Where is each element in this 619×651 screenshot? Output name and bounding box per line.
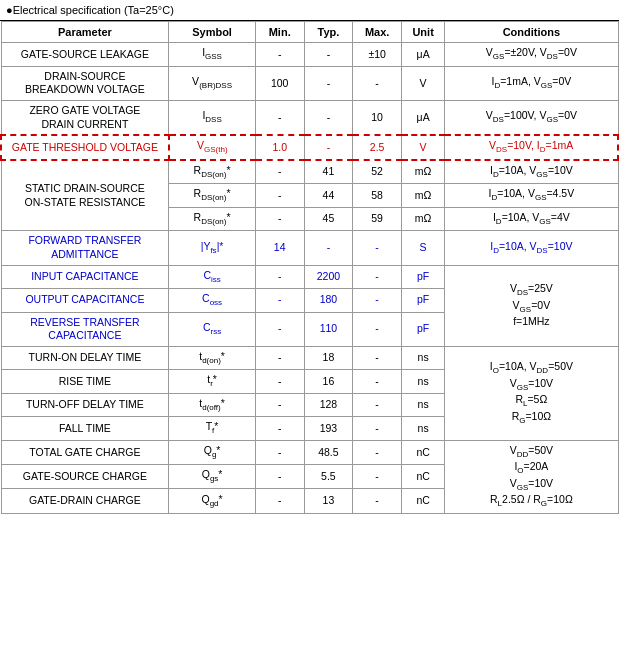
symbol-cell: td(on)* (169, 346, 256, 369)
cond-cell: IO=10A, VDD=50VVGS=10VRL=5ΩRG=10Ω (445, 346, 618, 440)
cond-cell: ID=10A, VGS=4.5V (445, 184, 618, 207)
param-cell: ZERO GATE VOLTAGEDRAIN CURRENT (1, 101, 169, 136)
unit-cell: ns (401, 370, 444, 393)
max-cell: - (353, 370, 402, 393)
param-cell: GATE-SOURCE CHARGE (1, 465, 169, 489)
min-cell: - (255, 417, 304, 440)
min-cell: - (255, 207, 304, 230)
min-cell: - (255, 160, 304, 184)
table-row: STATIC DRAIN-SOURCEON-STATE RESISTANCE R… (1, 160, 618, 184)
unit-cell: nC (401, 465, 444, 489)
col-header-max: Max. (353, 22, 402, 43)
table-row: INPUT CAPACITANCE Ciss - 2200 - pF VDS=2… (1, 265, 618, 288)
unit-cell: mΩ (401, 160, 444, 184)
symbol-cell: Qgd* (169, 489, 256, 513)
min-cell: 14 (255, 231, 304, 265)
cond-cell: ID=10A, VDS=10V (445, 231, 618, 265)
param-cell: REVERSE TRANSFERCAPACITANCE (1, 312, 169, 346)
typ-cell: 48.5 (304, 440, 353, 464)
max-cell: ±10 (353, 43, 402, 66)
unit-cell: pF (401, 265, 444, 288)
max-cell: - (353, 312, 402, 346)
unit-cell: pF (401, 289, 444, 312)
unit-cell: nC (401, 489, 444, 513)
typ-cell: 5.5 (304, 465, 353, 489)
symbol-cell: RDS(on)* (169, 160, 256, 184)
table-row-highlighted: GATE THRESHOLD VOLTAGEVGS(th)1.0-2.5VVDS… (1, 135, 618, 159)
col-header-conditions: Conditions (445, 22, 618, 43)
max-cell: - (353, 489, 402, 513)
unit-cell: ns (401, 393, 444, 416)
symbol-cell: Qgs* (169, 465, 256, 489)
min-cell: - (255, 489, 304, 513)
symbol-cell: Crss (169, 312, 256, 346)
typ-cell: 13 (304, 489, 353, 513)
param-cell: RISE TIME (1, 370, 169, 393)
col-header-min: Min. (255, 22, 304, 43)
min-cell: - (255, 184, 304, 207)
param-cell: GATE-SOURCE LEAKAGE (1, 43, 169, 66)
symbol-cell: Ciss (169, 265, 256, 288)
symbol-cell: RDS(on)* (169, 207, 256, 230)
typ-cell: - (304, 43, 353, 66)
typ-cell: - (304, 135, 353, 159)
min-cell: - (255, 370, 304, 393)
unit-cell: mΩ (401, 184, 444, 207)
typ-cell: 41 (304, 160, 353, 184)
max-cell: - (353, 346, 402, 369)
unit-cell: S (401, 231, 444, 265)
cond-cell: VDS=25VVGS=0Vf=1MHz (445, 265, 618, 346)
cond-cell: VDS=100V, VGS=0V (445, 101, 618, 136)
min-cell: - (255, 265, 304, 288)
param-cell: TURN-ON DELAY TIME (1, 346, 169, 369)
param-cell: STATIC DRAIN-SOURCEON-STATE RESISTANCE (1, 160, 169, 231)
max-cell: 58 (353, 184, 402, 207)
typ-cell: 110 (304, 312, 353, 346)
min-cell: - (255, 312, 304, 346)
col-header-typ: Typ. (304, 22, 353, 43)
symbol-cell: Coss (169, 289, 256, 312)
param-cell: FORWARD TRANSFERADMITTANCE (1, 231, 169, 265)
cond-cell: VDD=50VIO=20AVGS=10VRL2.5Ω / RG=10Ω (445, 440, 618, 513)
typ-cell: 180 (304, 289, 353, 312)
symbol-cell: IDSS (169, 101, 256, 136)
max-cell: 10 (353, 101, 402, 136)
symbol-cell: RDS(on)* (169, 184, 256, 207)
max-cell: 2.5 (353, 135, 402, 159)
symbol-cell: VGS(th) (169, 135, 256, 159)
min-cell: - (255, 465, 304, 489)
typ-cell: - (304, 66, 353, 100)
max-cell: 52 (353, 160, 402, 184)
unit-cell: ns (401, 417, 444, 440)
max-cell: - (353, 66, 402, 100)
table-row: GATE-SOURCE LEAKAGE IGSS - - ±10 μA VGS=… (1, 43, 618, 66)
typ-cell: 16 (304, 370, 353, 393)
min-cell: 1.0 (255, 135, 304, 159)
typ-cell: 128 (304, 393, 353, 416)
unit-cell: μA (401, 101, 444, 136)
table-row: FORWARD TRANSFERADMITTANCE |Yfs|* 14 - -… (1, 231, 618, 265)
param-cell: GATE-DRAIN CHARGE (1, 489, 169, 513)
min-cell: - (255, 101, 304, 136)
table-row: ZERO GATE VOLTAGEDRAIN CURRENT IDSS - - … (1, 101, 618, 136)
param-cell: FALL TIME (1, 417, 169, 440)
symbol-cell: |Yfs|* (169, 231, 256, 265)
max-cell: - (353, 265, 402, 288)
typ-cell: - (304, 101, 353, 136)
param-cell: OUTPUT CAPACITANCE (1, 289, 169, 312)
unit-cell: μA (401, 43, 444, 66)
col-header-symbol: Symbol (169, 22, 256, 43)
unit-cell: V (401, 135, 444, 159)
max-cell: - (353, 393, 402, 416)
typ-cell: 193 (304, 417, 353, 440)
param-cell: INPUT CAPACITANCE (1, 265, 169, 288)
symbol-cell: Tf* (169, 417, 256, 440)
col-header-parameter: Parameter (1, 22, 169, 43)
symbol-cell: IGSS (169, 43, 256, 66)
symbol-cell: tr* (169, 370, 256, 393)
table-row: DRAIN-SOURCEBREAKDOWN VOLTAGE V(BR)DSS 1… (1, 66, 618, 100)
min-cell: - (255, 289, 304, 312)
max-cell: - (353, 289, 402, 312)
col-header-unit: Unit (401, 22, 444, 43)
max-cell: - (353, 465, 402, 489)
